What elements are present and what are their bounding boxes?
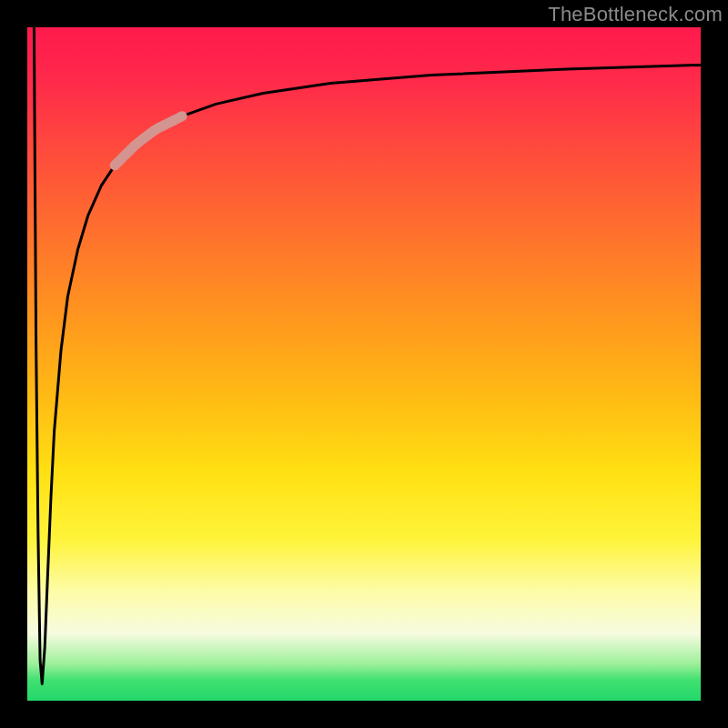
watermark-text: TheBottleneck.com bbox=[548, 3, 723, 26]
plot-area bbox=[27, 27, 701, 701]
chart-frame: TheBottleneck.com bbox=[0, 0, 728, 728]
curve-layer bbox=[27, 27, 701, 701]
main-curve bbox=[34, 27, 701, 684]
highlight-segment bbox=[115, 116, 182, 166]
